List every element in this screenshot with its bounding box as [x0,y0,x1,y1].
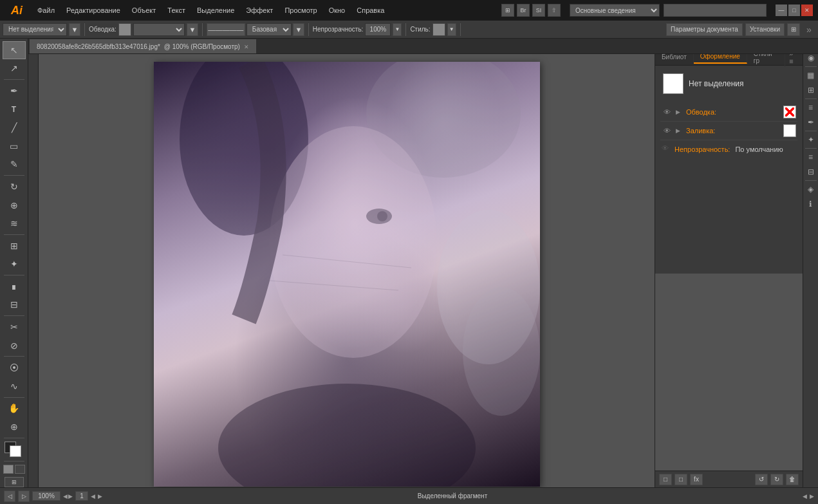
brushes-icon[interactable]: ✒ [804,116,817,129]
blend-tool[interactable]: ∿ [3,377,26,395]
fill-label[interactable]: Заливка: [686,127,779,135]
page-left-arrow[interactable]: ◀ [91,493,95,499]
symbol-sprayer-tool[interactable]: ✦ [3,255,26,273]
menu-object[interactable]: Объект [127,4,161,17]
gradient-icon[interactable]: ▦ [804,69,817,82]
selection-dropdown[interactable]: Нет выделения [3,23,67,36]
fill-expand-icon[interactable]: ▶ [676,127,682,134]
status-next-btn[interactable]: ▷ [18,490,30,502]
swatches-icon[interactable]: ⊞ [804,84,817,97]
document-tab[interactable]: 80820058afe8c26b565dbfb313e47016.jpg* @ … [30,39,256,53]
opacity-visibility-icon[interactable]: 👁 [662,144,672,154]
warp-tool[interactable]: ≋ [3,214,26,232]
color-swatches[interactable] [5,442,24,460]
artboard-tool[interactable]: ⊟ [3,296,26,314]
stroke-color-swatch[interactable] [783,106,796,118]
page-number[interactable]: 1 [75,491,88,501]
menu-select[interactable]: Выделение [192,4,239,17]
stroke-visibility-icon[interactable]: 👁 [662,107,672,117]
style-swatch [432,23,445,36]
maximize-button[interactable]: □ [788,5,800,16]
stroke-expand-icon[interactable]: ▶ [676,109,682,115]
stroke-arrow[interactable]: ▼ [187,23,198,36]
info-icon[interactable]: ℹ [804,198,817,210]
direct-select-tool[interactable]: ↗ [3,60,26,78]
opacity-label: Непрозрачность: [313,26,364,33]
right-column: Библиот Оформление Стили гр » ≡ Нет выде… [655,49,803,487]
opacity-label[interactable]: Непрозрачность: [674,145,730,153]
fill-color[interactable] [10,445,21,457]
zoom-right-arrow[interactable]: ▶ [68,493,73,499]
menu-help[interactable]: Справка [351,4,389,17]
more-settings-icon[interactable]: ⊞ [787,23,800,36]
menu-text[interactable]: Текст [162,4,191,17]
pen-tool[interactable]: ✒ [3,82,26,100]
undo-button[interactable]: ↺ [755,474,768,485]
rotate-tool[interactable]: ↻ [3,178,26,196]
screen-mode[interactable]: ⊞ [5,477,24,487]
new-layer-button[interactable]: □ [659,474,672,485]
close-button[interactable]: ✕ [801,5,813,16]
normal-view[interactable] [3,465,14,474]
menu-edit[interactable]: Редактирование [61,4,125,17]
artboards-icon[interactable]: ⊟ [804,165,817,178]
add-layer-button[interactable]: □ [674,474,687,485]
menu-file[interactable]: Файл [32,4,60,17]
hand-tool[interactable]: ✋ [3,400,26,418]
stroke-label: Обводка: [89,26,116,33]
stroke-panel-icon[interactable]: ≡ [804,101,817,114]
navigator-icon[interactable]: ◈ [804,183,817,196]
left-toolbar: ↖ ↗ ✒ T ╱ ▭ ✎ ↻ ⊕ ≋ ⊞ ✦ ∎ ⊟ ✂ ⊘ ⦿ ∿ ✋ [0,39,28,487]
type-tool[interactable]: T [3,100,26,118]
menu-window[interactable]: Окно [324,4,351,17]
fx-button[interactable]: fx [690,474,703,485]
selection-arrow[interactable]: ▼ [69,23,80,36]
far-right-strip: ◉ ▦ ⊞ ≡ ✒ ✦ ≡ ⊟ ◈ ℹ [803,49,818,487]
zoom-tool[interactable]: ⊕ [3,418,26,436]
behind-view[interactable] [15,465,25,474]
fill-visibility-icon[interactable]: 👁 [662,126,672,136]
tab-close-icon[interactable]: ✕ [244,44,249,50]
tool-sep-2 [4,175,24,176]
opacity-input[interactable] [365,23,391,36]
tool-sep-5 [4,315,24,316]
rect-tool[interactable]: ▭ [3,137,26,155]
delete-button[interactable]: 🗑 [786,474,799,485]
scale-tool[interactable]: ⊕ [3,196,26,214]
workspace-select[interactable]: Основные сведения [570,4,660,17]
status-prev-btn[interactable]: ◁ [4,490,15,502]
layers-icon[interactable]: ≡ [804,151,817,163]
fill-color-swatch[interactable] [783,124,796,137]
style-arrow[interactable]: ▼ [447,23,456,36]
line-tool[interactable]: ╱ [3,118,26,136]
page-right-arrow[interactable]: ▶ [98,493,102,499]
column-graph-tool[interactable]: ∎ [3,277,26,295]
menu-view[interactable]: Просмотр [279,4,322,17]
stroke-label[interactable]: Обводка: [686,108,779,116]
zoom-display[interactable]: 100% [32,491,60,501]
free-transform-tool[interactable]: ⊞ [3,237,26,255]
fill-row: 👁 ▶ Заливка: [660,122,797,140]
settings-button[interactable]: Установки [745,23,785,36]
stroke-style-arrow[interactable]: ▼ [293,23,304,36]
search-input[interactable] [664,4,767,17]
symbols-icon[interactable]: ✦ [804,133,817,146]
paint-brush-tool[interactable]: ✎ [3,156,26,174]
doc-params-button[interactable]: Параметры документа [666,23,743,36]
opacity-arrow[interactable]: ▼ [393,23,402,36]
status-right-arrow[interactable]: ▶ [810,493,814,499]
status-left-arrow[interactable]: ◀ [803,493,807,499]
eyedropper-tool[interactable]: ⦿ [3,359,26,377]
canvas-area[interactable] [39,49,655,487]
slice-tool[interactable]: ✂ [3,318,26,336]
select-tool[interactable]: ↖ [3,41,26,59]
stroke-swatch[interactable] [118,23,131,36]
stroke-style-dropdown[interactable]: Базовая [246,23,292,36]
zoom-left-arrow[interactable]: ◀ [63,493,68,499]
stroke-dropdown[interactable] [133,23,185,36]
minimize-button[interactable]: — [776,5,787,16]
expand-toolbar-icon[interactable]: » [803,23,815,36]
redo-button[interactable]: ↻ [770,474,783,485]
menu-effect[interactable]: Эффект [241,4,278,17]
eraser-tool[interactable]: ⊘ [3,337,26,355]
